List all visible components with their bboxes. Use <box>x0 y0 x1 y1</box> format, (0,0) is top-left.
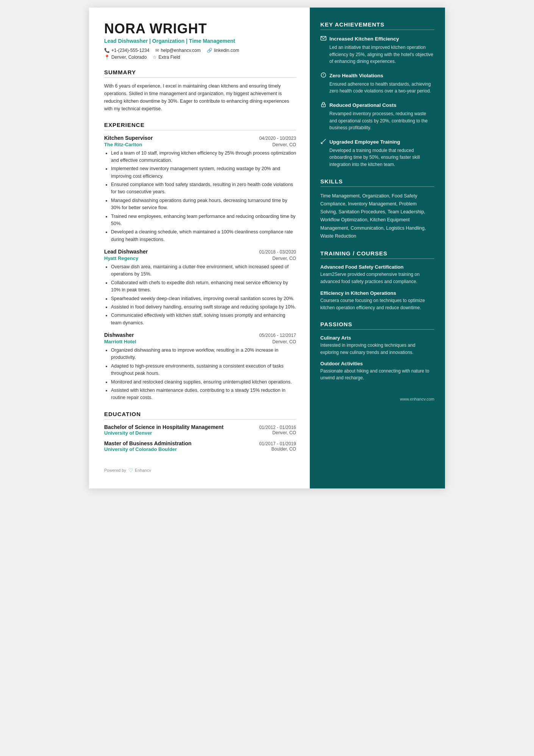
job-1-company: The Ritz-Carlton <box>104 142 142 147</box>
list-item: Developed a cleaning schedule, which mai… <box>111 229 296 243</box>
achievement-1: Increased Kitchen Efficiency Led an init… <box>320 35 434 65</box>
passion-1: Culinary Arts Interested in improving co… <box>320 335 434 356</box>
extra-text: Extra Field <box>158 55 180 60</box>
star-icon: ☆ <box>153 55 157 60</box>
job-2-company: Hyatt Regency <box>104 255 138 261</box>
job-1-bullets: Led a team of 10 staff, improving kitche… <box>104 150 296 244</box>
key-achievements-title: KEY ACHIEVEMENTS <box>320 21 434 30</box>
list-item: Implemented new inventory management sys… <box>111 165 296 180</box>
svg-point-5 <box>323 105 324 106</box>
training-1: Advanced Food Safety Certification Learn… <box>320 264 434 285</box>
list-item: Communicated effectively with kitchen st… <box>111 312 296 327</box>
job-3-dates: 05/2016 - 12/2017 <box>259 333 296 338</box>
list-item: Oversaw dish area, maintaining a clutter… <box>111 263 296 278</box>
list-item: Managed dishwashing operations during pe… <box>111 197 296 212</box>
list-item: Assisted in food delivery handling, ensu… <box>111 304 296 311</box>
enhancv-logo: ♡ Enhancv <box>128 467 151 473</box>
phone-item: 📞 +1-(234)-555-1234 <box>104 48 149 53</box>
experience-section: EXPERIENCE Kitchen Supervisor 04/2020 - … <box>104 122 296 402</box>
phone-text: +1-(234)-555-1234 <box>111 48 149 53</box>
list-item: Adapted to high-pressure environments, s… <box>111 363 296 377</box>
powered-by-label: Powered by <box>104 468 126 473</box>
contact-row-1: 📞 +1-(234)-555-1234 ✉ help@enhancv.com 🔗… <box>104 48 296 53</box>
passion-1-title: Culinary Arts <box>320 335 434 341</box>
linkedin-item: 🔗 linkedin.com <box>207 48 239 53</box>
passion-2: Outdoor Activities Passionate about hiki… <box>320 361 434 382</box>
email-icon: ✉ <box>155 48 159 53</box>
job-2-location: Denver, CO <box>272 256 296 261</box>
edu-1-degree: Bachelor of Science in Hospitality Manag… <box>104 424 223 430</box>
contact-row-2: 📍 Denver, Colorado ☆ Extra Field <box>104 55 296 60</box>
summary-section: SUMMARY With 6 years of experience, I ex… <box>104 69 296 113</box>
left-footer: Powered by ♡ Enhancv <box>104 467 296 473</box>
education-title: EDUCATION <box>104 411 296 419</box>
job-3-company: Marriott Hotel <box>104 339 136 344</box>
list-item: Ensured compliance with food safety stan… <box>111 181 296 196</box>
passion-1-text: Interested in improving cooking techniqu… <box>320 342 434 356</box>
edu-1-dates: 01/2012 - 01/2016 <box>259 425 296 430</box>
email-text: help@enhancv.com <box>161 48 200 53</box>
edu-2-location: Boulder, CO <box>271 446 296 452</box>
achievement-2-title: Zero Health Violations <box>329 73 383 78</box>
svg-line-6 <box>321 139 326 144</box>
extra-item: ☆ Extra Field <box>153 55 180 60</box>
training-2-title: Efficiency in Kitchen Operations <box>320 290 434 296</box>
edu-1-school: University of Denver <box>104 430 152 436</box>
linkedin-text: linkedin.com <box>214 48 239 53</box>
svg-point-3 <box>323 75 324 76</box>
job-3-bullets: Organized dishwashing area to improve wo… <box>104 347 296 402</box>
edu-1-location: Denver, CO <box>272 430 296 436</box>
training-section: TRAINING / COURSES Advanced Food Safety … <box>320 250 434 311</box>
training-2-text: Coursera course focusing on techniques t… <box>320 297 434 311</box>
education-section: EDUCATION Bachelor of Science in Hospita… <box>104 411 296 452</box>
achievement-4: Upgraded Employee Training Developed a t… <box>320 138 434 168</box>
passions-title: PASSIONS <box>320 321 434 330</box>
linkedin-icon: 🔗 <box>207 48 212 53</box>
list-item: Organized dishwashing area to improve wo… <box>111 347 296 362</box>
edu-1: Bachelor of Science in Hospitality Manag… <box>104 424 296 436</box>
phone-icon: 📞 <box>104 48 110 53</box>
job-2: Lead Dishwasher 01/2018 - 03/2020 Hyatt … <box>104 249 296 327</box>
list-item: Spearheaded weekly deep-clean initiative… <box>111 295 296 302</box>
candidate-title: Lead Dishwasher | Organization | Time Ma… <box>104 38 296 44</box>
job-3-title: Dishwasher <box>104 332 134 338</box>
list-item: Monitored and restocked cleaning supplie… <box>111 379 296 386</box>
passions-section: PASSIONS Culinary Arts Interested in imp… <box>320 321 434 381</box>
passion-2-title: Outdoor Activities <box>320 361 434 366</box>
skills-text: Time Management, Organization, Food Safe… <box>320 192 434 241</box>
email-item: ✉ help@enhancv.com <box>155 48 200 53</box>
job-2-dates: 01/2018 - 03/2020 <box>259 249 296 255</box>
job-2-bullets: Oversaw dish area, maintaining a clutter… <box>104 263 296 327</box>
job-3-location: Denver, CO <box>272 339 296 344</box>
location-icon: 📍 <box>104 55 110 60</box>
job-2-title: Lead Dishwasher <box>104 249 148 255</box>
passion-2-text: Passionate about hiking and connecting w… <box>320 368 434 382</box>
training-1-title: Advanced Food Safety Certification <box>320 264 434 270</box>
achievement-2: Zero Health Violations Ensured adherence… <box>320 72 434 95</box>
heart-icon: ♡ <box>128 467 133 473</box>
skills-section: SKILLS Time Management, Organization, Fo… <box>320 178 434 241</box>
job-3: Dishwasher 05/2016 - 12/2017 Marriott Ho… <box>104 332 296 402</box>
achievement-3-text: Revamped inventory processes, reducing w… <box>320 110 434 131</box>
location-text: Denver, Colorado <box>111 55 147 60</box>
achievement-4-title: Upgraded Employee Training <box>329 139 400 145</box>
achievement-2-icon <box>320 72 326 79</box>
brand-name: Enhancv <box>135 468 151 473</box>
achievement-4-icon <box>320 138 326 146</box>
training-2: Efficiency in Kitchen Operations Courser… <box>320 290 434 311</box>
job-1-title: Kitchen Supervisor <box>104 135 153 141</box>
job-1-dates: 04/2020 - 10/2023 <box>259 136 296 141</box>
experience-title: EXPERIENCE <box>104 122 296 130</box>
achievement-1-text: Led an initiative that improved kitchen … <box>320 44 434 65</box>
job-1-location: Denver, CO <box>272 142 296 147</box>
edu-2-school: University of Colorado Boulder <box>104 446 177 452</box>
edu-2: Master of Business Administration 01/201… <box>104 440 296 452</box>
summary-text: With 6 years of experience, I excel in m… <box>104 82 296 113</box>
achievement-1-title: Increased Kitchen Efficiency <box>329 36 399 42</box>
edu-2-degree: Master of Business Administration <box>104 440 192 446</box>
achievement-4-text: Developed a training module that reduced… <box>320 147 434 168</box>
achievement-3: Reduced Operational Costs Revamped inven… <box>320 102 434 131</box>
header-section: NORA WRIGHT Lead Dishwasher | Organizati… <box>104 21 296 60</box>
achievement-3-title: Reduced Operational Costs <box>329 102 397 108</box>
achievement-3-icon <box>320 102 326 109</box>
